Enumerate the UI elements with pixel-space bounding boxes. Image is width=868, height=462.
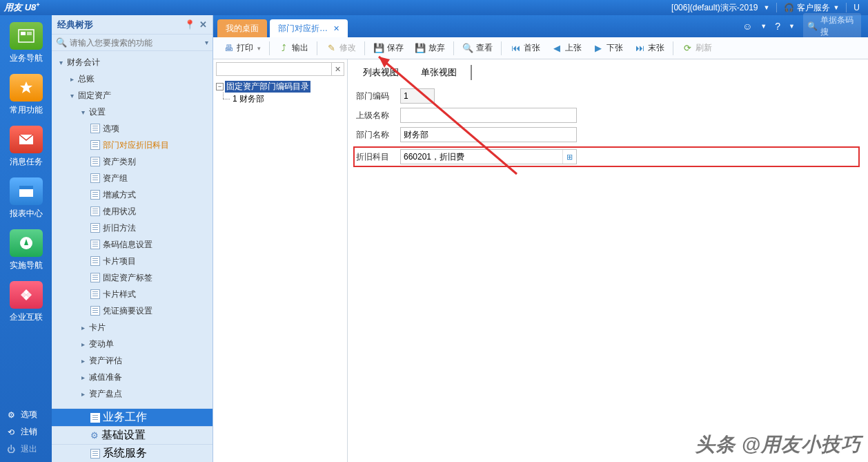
gear-icon: ⚙	[90, 430, 99, 441]
rail-logout[interactable]: ⟲注销	[6, 423, 46, 441]
titlebar-tail: U	[849, 3, 864, 12]
footer-biz[interactable]: 业务工作	[52, 408, 213, 426]
refresh-button[interactable]: ⟳刷新	[676, 37, 718, 59]
next-icon: ▶	[593, 43, 604, 54]
logout-icon: ⟲	[6, 427, 17, 437]
first-button[interactable]: ⏮首张	[504, 37, 546, 59]
customer-service-link[interactable]: 🎧客户服务 ▼	[780, 2, 843, 14]
svg-rect-2	[27, 32, 32, 35]
tree-leaf[interactable]: 固定资产标签	[52, 269, 213, 286]
tree-node-settings[interactable]: ▾设置	[52, 104, 213, 120]
rail-nav[interactable]: 业务导航	[5, 19, 48, 68]
doc-icon	[90, 173, 100, 183]
doc-icon	[90, 256, 100, 266]
tabs-row: 我的桌面 部门对应折…✕ ☺▼ ?▼ 🔍单据条码搜	[213, 15, 868, 37]
lookup-depreciation[interactable]: 660201，折旧费 ⊞	[400, 149, 577, 164]
lookup-icon[interactable]: ⊞	[562, 150, 576, 164]
tree-node-imp[interactable]: ▸减值准备	[52, 369, 213, 385]
rail-exit[interactable]: ⏻退出	[6, 441, 46, 458]
rail-ent[interactable]: 企业互联	[5, 278, 48, 327]
tree-leaf[interactable]: 增减方式	[52, 186, 213, 203]
detail-child[interactable]: 1 财务部	[216, 93, 344, 105]
edit-icon: ✎	[326, 43, 337, 54]
pin-icon[interactable]: 📍	[184, 19, 195, 30]
print-button[interactable]: 🖶打印▾	[217, 37, 266, 59]
print-icon: 🖶	[223, 43, 234, 54]
view-tab-list[interactable]: 列表视图	[360, 65, 402, 80]
svg-marker-3	[20, 81, 32, 93]
tree-node-card[interactable]: ▸卡片	[52, 319, 213, 336]
smile-icon[interactable]: ☺	[742, 21, 752, 32]
chevron-down-icon[interactable]: ▾	[205, 39, 208, 46]
tree-leaf-active[interactable]: 部门对应折旧科目	[52, 137, 213, 153]
tree-node-fa[interactable]: ▾固定资产	[52, 87, 213, 104]
export-button[interactable]: ⤴输出	[273, 37, 314, 59]
doc-icon	[90, 289, 100, 299]
svg-rect-1	[21, 32, 26, 35]
compass-icon	[10, 229, 43, 257]
detail-root[interactable]: −固定资产部门编码目录	[216, 80, 344, 93]
doc-icon	[90, 223, 100, 233]
tree-leaf[interactable]: 使用状况	[52, 203, 213, 220]
barcode-search[interactable]: 🔍单据条码搜	[803, 13, 861, 39]
view-tab-single[interactable]: 单张视图	[418, 65, 472, 80]
rail-fav[interactable]: 常用功能	[5, 71, 48, 120]
tree-node-inv[interactable]: ▸资产盘点	[52, 385, 213, 402]
discard-button[interactable]: 💾放弃	[409, 37, 451, 59]
doc-icon	[90, 306, 100, 316]
search-icon: 🔍	[807, 21, 818, 31]
tab-active[interactable]: 部门对应折…✕	[270, 19, 348, 37]
tree-leaf[interactable]: 卡片项目	[52, 253, 213, 269]
svg-rect-0	[19, 30, 34, 42]
tree-node-gl[interactable]: ▸总账	[52, 70, 213, 87]
input-dept-code[interactable]	[400, 88, 435, 104]
form-panel: 列表视图 单张视图 部门编码 上级名称 部门名称 折旧科目 660201，折旧费…	[348, 59, 868, 462]
title-bar: 用友 U8+ [006](default)演示-2019 ▼ 🎧客户服务 ▼ U	[0, 0, 868, 15]
filter-box[interactable]: ✕	[216, 62, 344, 76]
footer-sys[interactable]: 系统服务	[52, 444, 213, 462]
tree-leaf[interactable]: 条码信息设置	[52, 236, 213, 253]
next-button[interactable]: ▶下张	[587, 37, 629, 59]
prev-button[interactable]: ◀上张	[546, 37, 587, 59]
doc-icon	[90, 240, 100, 249]
tree-leaf[interactable]: 资产组	[52, 170, 213, 186]
tree-search-input[interactable]	[70, 38, 202, 48]
tree-node-change[interactable]: ▸变动单	[52, 336, 213, 352]
doc-icon	[90, 157, 100, 166]
clear-icon[interactable]: ✕	[331, 63, 344, 75]
account-info[interactable]: [006](default)演示-2019 ▼	[667, 2, 773, 14]
tree-title: 经典树形	[57, 19, 93, 31]
tree-leaf[interactable]: 资产类别	[52, 153, 213, 170]
rail-msg[interactable]: 消息任务	[5, 123, 48, 172]
nav-tree-panel: 经典树形 📍 ✕ 🔍 ▾ ▾财务会计 ▸总账 ▾固定资产 ▾设置 选项 部门对应…	[52, 15, 213, 462]
rail-rpt[interactable]: 报表中心	[5, 175, 48, 224]
view-button[interactable]: 🔍查看	[457, 37, 498, 59]
doc-icon	[90, 206, 100, 216]
rail-options[interactable]: ⚙选项	[6, 406, 46, 423]
save-button[interactable]: 💾保存	[368, 37, 409, 59]
last-button[interactable]: ⏭末张	[629, 37, 670, 59]
headset-icon: 🎧	[784, 3, 794, 12]
input-dept-name[interactable]	[400, 127, 577, 142]
tree-node-eval[interactable]: ▸资产评估	[52, 352, 213, 369]
tree-leaf[interactable]: 选项	[52, 120, 213, 137]
help-icon[interactable]: ?	[775, 21, 780, 32]
close-icon[interactable]: ✕	[199, 19, 207, 30]
minus-icon[interactable]: −	[216, 83, 224, 90]
label-dept-code: 部门编码	[356, 90, 400, 102]
close-icon[interactable]: ✕	[333, 24, 339, 33]
tab-desktop[interactable]: 我的桌面	[217, 19, 267, 37]
tree-node-finance[interactable]: ▾财务会计	[52, 54, 213, 70]
footer-base[interactable]: ⚙基础设置	[52, 426, 213, 444]
doc-icon	[90, 124, 100, 133]
first-icon: ⏮	[510, 43, 521, 54]
exit-icon: ⏻	[6, 445, 17, 454]
rail-impl[interactable]: 实施导航	[5, 227, 48, 276]
tree-leaf[interactable]: 卡片样式	[52, 286, 213, 302]
last-icon: ⏭	[634, 43, 645, 54]
tree-leaf[interactable]: 凭证摘要设置	[52, 302, 213, 319]
edit-button[interactable]: ✎修改	[320, 37, 362, 59]
input-parent[interactable]	[400, 108, 577, 123]
work-area: ✕ −固定资产部门编码目录 1 财务部 列表视图 单张视图 部门编码 上级名称 …	[213, 59, 868, 462]
tree-leaf[interactable]: 折旧方法	[52, 220, 213, 236]
